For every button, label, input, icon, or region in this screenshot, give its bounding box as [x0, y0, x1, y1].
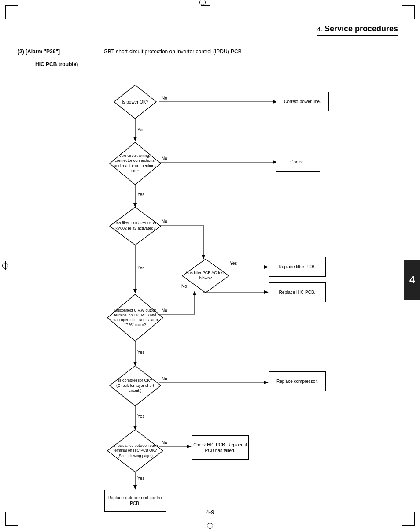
svg-text:Yes: Yes: [230, 261, 237, 266]
diamond-6-label: Is compressor OK? (Check for layer short…: [109, 365, 162, 407]
diamond-6: Is compressor OK? (Check for layer short…: [109, 365, 162, 407]
corner-mark-br: [402, 512, 415, 526]
svg-marker-20: [264, 265, 269, 269]
svg-text:No: No: [162, 219, 167, 224]
alarm-header: (2) [Alarm "P26"] IGBT short-circuit pro…: [18, 48, 398, 55]
diamond-1-label: Is power OK?: [113, 84, 157, 119]
diamond-4: Has filter PCB AC fuse blown?: [181, 258, 230, 293]
alarm-number: (2): [18, 48, 24, 55]
flowchart: Yes No Yes No Yes No: [27, 76, 388, 517]
corner-mark-tr: [402, 5, 415, 19]
rect-replace-outdoor-pcb: Replace outdoor unit control PCB.: [104, 490, 166, 512]
diamond-7-label: Is resistance between each terminal on H…: [107, 429, 164, 473]
rect-replace-filter-pcb: Replace filter PCB.: [269, 257, 326, 277]
alarm-description: IGBT short-circuit protection on inverte…: [102, 48, 242, 55]
svg-text:Yes: Yes: [137, 127, 144, 132]
diamond-7: Is resistance between each terminal on H…: [107, 429, 164, 473]
svg-text:Yes: Yes: [137, 265, 144, 270]
page-header: 4. Service procedures: [317, 24, 398, 36]
page-title: 4. Service procedures: [317, 24, 398, 36]
svg-text:Yes: Yes: [137, 476, 144, 481]
diamond-5: Disconnect U,V,W output terminal on HIC …: [107, 293, 164, 342]
rect-check-hic-pcb: Check HIC PCB. Replace if PCB has failed…: [192, 435, 249, 460]
svg-text:No: No: [162, 376, 167, 381]
corner-mark-bl: [5, 512, 18, 526]
svg-text:No: No: [162, 156, 167, 161]
svg-text:Yes: Yes: [137, 350, 144, 355]
svg-marker-1: [133, 137, 137, 141]
diamond-4-label: Has filter PCB AC fuse blown?: [181, 258, 230, 293]
svg-text:Yes: Yes: [137, 414, 144, 419]
rect-replace-hic-pcb: Replace HIC PCB.: [269, 282, 326, 302]
diamond-3-label: Has filter PCB RY001 or RY002 relay acti…: [109, 206, 162, 246]
svg-marker-34: [264, 381, 269, 384]
main-content: (2) [Alarm "P26"] IGBT short-circuit pro…: [18, 48, 398, 517]
alarm-label: [Alarm "P26"]: [26, 48, 60, 55]
svg-text:No: No: [162, 96, 167, 100]
diamond-2: Are circuit wiring, connector connection…: [109, 141, 162, 186]
diamond-1: Is power OK?: [113, 84, 157, 119]
side-tab: 4: [404, 260, 420, 300]
svg-marker-24: [264, 290, 269, 294]
svg-marker-40: [187, 445, 192, 448]
diamond-5-label: Disconnect U,V,W output terminal on HIC …: [107, 293, 164, 342]
crosshair-top: [201, 1, 210, 10]
svg-text:Yes: Yes: [137, 192, 144, 197]
corner-mark-tl: [5, 5, 18, 19]
diamond-2-label: Are circuit wiring, connector connection…: [109, 141, 162, 186]
diamond-3: Has filter PCB RY001 or RY002 relay acti…: [109, 206, 162, 246]
rect-correct: Correct.: [276, 152, 320, 172]
crosshair-left: [1, 261, 10, 270]
rect-replace-compressor: Replace compressor.: [269, 371, 326, 391]
svg-marker-43: [133, 485, 137, 490]
alarm-line: [63, 46, 99, 46]
svg-marker-13: [133, 289, 137, 293]
rect-correct-power-line: Correct power line.: [276, 92, 329, 111]
alarm-subtitle: HIC PCB trouble): [35, 61, 398, 67]
crosshair-bottom: [206, 521, 214, 530]
